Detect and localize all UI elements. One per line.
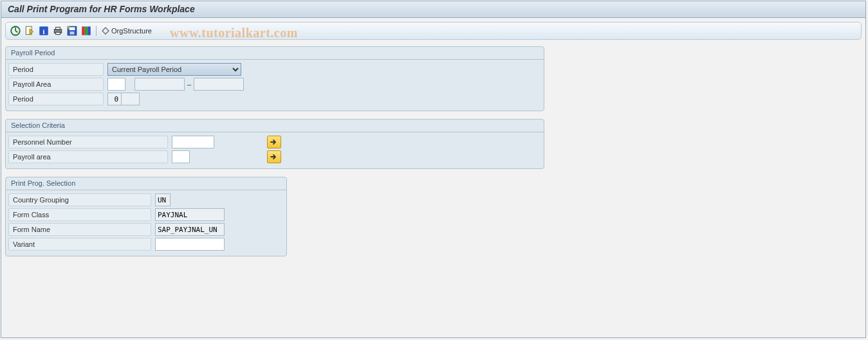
variant-label: Variant [8, 238, 151, 251]
form-class-label: Form Class [8, 208, 151, 221]
svg-rect-12 [82, 26, 85, 35]
svg-text:i: i [42, 28, 44, 35]
period2-value: 0 [107, 93, 122, 105]
personnel-number-label: Personnel Number [8, 136, 168, 148]
selection-criteria-title: Selection Criteria [6, 120, 544, 132]
form-class-value: PAYJNAL [155, 208, 225, 221]
info-icon[interactable]: i [38, 25, 50, 37]
form-name-value: SAP_PAYJNAL_UN [155, 223, 225, 236]
org-structure-label: OrgStructure [111, 27, 152, 35]
print-prog-selection-group: Print Prog. Selection Country Grouping U… [5, 177, 287, 256]
variant-input[interactable] [155, 238, 225, 251]
payroll-range-to [194, 78, 244, 91]
payroll-area-input[interactable] [107, 78, 125, 91]
svg-rect-8 [56, 32, 60, 34]
save-icon[interactable] [66, 25, 78, 37]
period2-label: Period [8, 93, 104, 105]
svg-rect-11 [70, 31, 75, 35]
color-bars-icon[interactable] [80, 25, 92, 37]
svg-rect-10 [69, 27, 75, 30]
period2-extra [122, 93, 140, 105]
period-label: Period [8, 63, 104, 76]
payroll-area2-input[interactable] [172, 150, 190, 163]
form-name-label: Form Name [8, 223, 151, 236]
period-combo[interactable]: Current Payroll Period [107, 63, 241, 76]
print-icon[interactable] [52, 25, 64, 37]
execute-icon[interactable] [10, 25, 21, 37]
personnel-number-multiple-button[interactable] [267, 136, 281, 148]
country-grouping-value: UN [155, 193, 171, 206]
print-prog-selection-title: Print Prog. Selection [6, 177, 286, 190]
get-variant-icon[interactable] [24, 25, 35, 37]
selection-criteria-group: Selection Criteria Personnel Number Payr… [5, 119, 544, 169]
svg-rect-14 [88, 26, 91, 35]
payroll-area-label: Payroll Area [8, 78, 104, 91]
svg-rect-7 [56, 27, 60, 29]
payroll-range-from [134, 78, 185, 91]
svg-rect-13 [85, 26, 88, 35]
payroll-area-multiple-button[interactable] [267, 150, 281, 163]
toolbar: i OrgStructure [5, 22, 862, 40]
payroll-area2-label: Payroll area [8, 150, 168, 163]
payroll-period-group: Payroll Period Period Current Payroll Pe… [5, 46, 544, 111]
country-grouping-label: Country Grouping [8, 193, 151, 206]
personnel-number-input[interactable] [172, 136, 214, 148]
org-structure-button[interactable]: OrgStructure [100, 26, 156, 35]
range-dash: – [187, 80, 191, 88]
svg-line-2 [15, 31, 17, 32]
window-title: Call Print Program for HR Forms Workplac… [1, 1, 865, 18]
payroll-period-title: Payroll Period [6, 47, 544, 60]
toolbar-separator [96, 26, 97, 36]
